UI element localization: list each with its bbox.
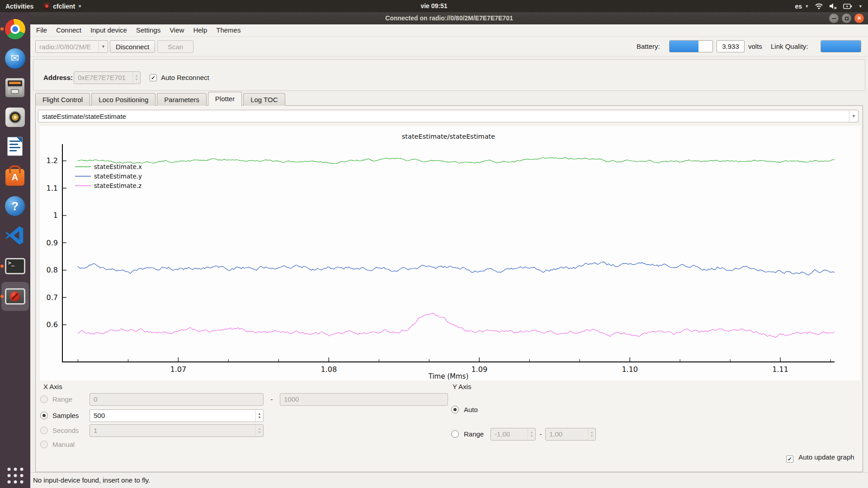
dock-item-cfclient[interactable] <box>4 286 26 307</box>
x-seconds-radio[interactable] <box>40 427 48 434</box>
keyboard-layout-indicator[interactable]: es ▼ <box>795 3 809 10</box>
svg-text:1.08: 1.08 <box>321 365 337 374</box>
plotter-tab-panel: stateEstimate/stateEstimate ▼ 0.60.70.80… <box>35 105 863 472</box>
spinner-arrows-icon: ▲▼ <box>528 428 535 440</box>
checkmark-icon: ✓ <box>788 454 792 465</box>
tab-flight-control[interactable]: Flight Control <box>35 93 90 106</box>
chevron-down-icon: ▼ <box>78 4 82 9</box>
svg-text:1.2: 1.2 <box>47 156 58 165</box>
main-tabbar: Flight Control Loco Positioning Paramete… <box>35 92 287 106</box>
y-range-min-spinbox[interactable]: -1,00 ▲▼ <box>491 428 536 441</box>
show-applications-button[interactable] <box>7 468 23 483</box>
y-auto-radio[interactable] <box>451 406 459 413</box>
chevron-down-icon: ▼ <box>805 4 809 9</box>
svg-text:0.8: 0.8 <box>47 266 58 274</box>
auto-reconnect-checkbox[interactable]: ✓ <box>150 74 157 81</box>
menu-help[interactable]: Help <box>189 24 212 36</box>
menu-connect[interactable]: Connect <box>52 24 86 36</box>
top-panel: Activities cfclient ▼ vie 09:51 es ▼ ▼ <box>0 0 868 12</box>
svg-text:1.09: 1.09 <box>471 365 487 374</box>
menu-view[interactable]: View <box>165 24 189 36</box>
y-range-radio[interactable] <box>451 430 459 438</box>
x-samples-radio[interactable] <box>40 412 48 419</box>
dock-item-thunderbird[interactable]: ✉ <box>4 47 26 69</box>
chevron-down-icon[interactable]: ▼ <box>859 4 863 9</box>
x-manual-radio[interactable] <box>40 441 48 448</box>
app-menu[interactable]: cfclient ▼ <box>43 3 82 10</box>
minimize-button[interactable] <box>829 14 839 23</box>
svg-text:Time (Mms): Time (Mms) <box>428 372 469 380</box>
running-indicator <box>0 265 4 268</box>
battery-progressbar <box>669 40 713 52</box>
auto-reconnect-label: Auto Reconnect <box>161 71 209 84</box>
spinner-arrows-icon: ▲▼ <box>255 410 263 422</box>
auto-update-checkbox[interactable]: ✓ <box>786 455 793 463</box>
speaker-icon <box>5 108 25 127</box>
svg-text:1.10: 1.10 <box>622 365 638 374</box>
software-bag-icon: A <box>5 169 24 186</box>
thunderbird-icon: ✉ <box>5 48 25 69</box>
tab-plotter[interactable]: Plotter <box>208 92 242 106</box>
disconnect-button[interactable]: Disconnect <box>110 40 155 53</box>
x-manual-label: Manual <box>52 438 75 451</box>
clock[interactable]: vie 09:51 <box>420 0 447 12</box>
tab-log-toc[interactable]: Log TOC <box>243 93 285 106</box>
svg-text:1: 1 <box>53 211 58 220</box>
tab-parameters[interactable]: Parameters <box>157 93 207 106</box>
dock-item-writer[interactable] <box>4 136 26 157</box>
menu-input-device[interactable]: Input device <box>86 24 132 36</box>
dock-item-rhythmbox[interactable] <box>4 106 26 128</box>
connection-toolbar: radio://0/80/2M/E ▼ Disconnect Scan Batt… <box>30 37 868 56</box>
y-range-max-spinbox[interactable]: 1,00 ▲▼ <box>545 428 596 441</box>
battery-progress-fill <box>670 41 698 52</box>
activities-button[interactable]: Activities <box>5 3 33 10</box>
document-icon <box>7 137 23 156</box>
auto-update-label: Auto update graph <box>798 453 854 461</box>
x-range-label: Range <box>52 393 72 406</box>
x-seconds-label: Seconds <box>52 424 79 437</box>
address-field[interactable]: 0xE7E7E7E701 ▲▼ <box>74 71 141 84</box>
log-config-combobox[interactable]: stateEstimate/stateEstimate ▼ <box>38 110 859 122</box>
terminal-icon: >_ <box>5 258 25 274</box>
maximize-button[interactable] <box>842 14 851 23</box>
y-auto-label: Auto <box>464 404 478 416</box>
plot-canvas[interactable]: 0.60.70.80.911.11.21.071.081.091.101.11s… <box>40 126 860 380</box>
window-titlebar[interactable]: Connected on radio://0/80/2M/E7E7E7E701 … <box>30 12 868 24</box>
link-quality-label: Link Quality: <box>771 40 808 53</box>
window-title: Connected on radio://0/80/2M/E7E7E7E701 <box>385 14 513 22</box>
dock-item-help[interactable]: ? <box>4 195 26 217</box>
spinner-arrows-icon: ▲▼ <box>588 428 595 440</box>
battery-status-icon[interactable] <box>843 3 853 9</box>
dock-item-terminal[interactable]: >_ <box>4 255 26 277</box>
svg-text:stateEstimate/stateEstimate: stateEstimate/stateEstimate <box>402 133 495 140</box>
spinner-arrows-icon: ▲▼ <box>132 72 140 84</box>
volume-muted-icon[interactable] <box>829 3 837 9</box>
svg-text:stateEstimate.x: stateEstimate.x <box>94 163 142 170</box>
dock-item-files[interactable] <box>4 77 26 99</box>
x-range-radio[interactable] <box>40 395 48 403</box>
statusbar: No input-device found, insert one to fly… <box>30 472 868 488</box>
app-menu-label: cfclient <box>53 3 75 10</box>
connection-uri-combobox[interactable]: radio://0/80/2M/E ▼ <box>35 40 108 53</box>
x-samples-spinbox[interactable]: 500 ▲▼ <box>90 409 264 422</box>
dock-item-chrome[interactable] <box>4 18 26 40</box>
state-estimate-chart: 0.60.70.80.911.11.21.071.081.091.101.11s… <box>40 126 860 380</box>
x-axis-title: X Axis <box>43 382 62 391</box>
x-range-to-field[interactable]: 1000 <box>280 393 448 406</box>
menu-themes[interactable]: Themes <box>212 24 245 36</box>
menubar: File Connect Input device Settings View … <box>30 24 868 37</box>
cfclient-app-icon <box>43 3 50 9</box>
tab-loco-positioning[interactable]: Loco Positioning <box>91 93 156 106</box>
dock-item-vscode[interactable] <box>4 225 26 246</box>
menu-file[interactable]: File <box>32 24 52 36</box>
link-quality-progress-fill <box>821 41 861 52</box>
x-range-from-field[interactable]: 0 <box>90 393 264 406</box>
battery-voltage-value: 3.933 <box>717 40 745 52</box>
dock-item-software[interactable]: A <box>4 165 26 187</box>
scan-button[interactable]: Scan <box>157 40 193 53</box>
close-button[interactable]: ✕ <box>854 14 864 23</box>
wifi-icon[interactable] <box>815 3 823 9</box>
range-separator: - <box>537 428 545 441</box>
menu-settings[interactable]: Settings <box>132 24 165 36</box>
x-seconds-spinbox[interactable]: 1 ▲▼ <box>90 424 264 437</box>
